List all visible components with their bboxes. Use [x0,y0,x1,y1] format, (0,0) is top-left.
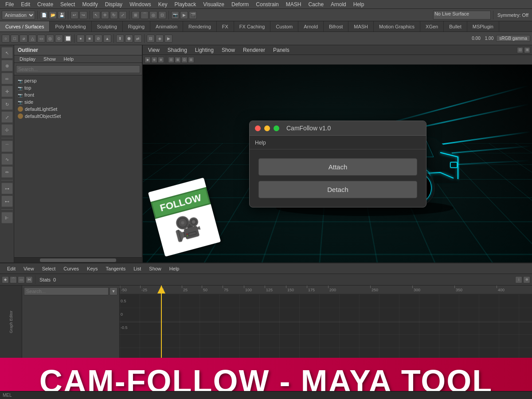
snap-view-icon[interactable]: ⊡ [158,11,166,19]
outliner-menu-display[interactable]: Display [16,56,39,62]
tab-animation[interactable]: Animation [150,21,183,31]
move-side[interactable]: ✛ [1,86,13,97]
tb-nurbs-cone[interactable]: △ [28,35,36,43]
ge-menu-list[interactable]: List [130,266,145,271]
ge-menu-show[interactable]: Show [145,266,165,271]
tb-smooth[interactable]: ◈ [156,35,164,43]
menu-modify[interactable]: Modify [78,1,101,8]
viewport-menu-shading[interactable]: Shading [164,47,191,53]
dialog-maximize-button[interactable] [274,125,279,131]
outliner-scrollbar-thumb[interactable] [40,258,117,262]
new-file-icon[interactable]: 📄 [40,11,48,19]
menu-edit[interactable]: Edit [17,1,34,8]
snap-grid-icon[interactable]: ⊞ [132,11,140,19]
rotate-tool-icon[interactable]: ↻ [110,11,118,19]
viewport-menu-renderer[interactable]: Renderer [239,47,269,53]
outliner-item-side[interactable]: 📷 side [14,98,142,106]
scale-tool-icon[interactable]: ⤢ [119,11,127,19]
paint-select-side[interactable]: ⊕ [1,60,13,71]
mode-selector[interactable]: Animation [2,11,35,20]
graph-sidebar-search[interactable] [24,287,109,295]
playhead[interactable] [161,286,162,358]
sculpt-side[interactable]: ⊷ [1,196,13,207]
tb-nurbs-cube[interactable]: □ [11,35,19,43]
tb-nurbs-circle[interactable]: ⊙ [55,35,63,43]
move-tool-icon[interactable]: ✛ [101,11,109,19]
tb-bevel[interactable]: ⬢ [125,35,133,43]
menu-display[interactable]: Display [102,1,126,8]
outliner-item-defaultobjectset[interactable]: defaultObjectSet [14,113,142,120]
tab-arnold[interactable]: Arnold [298,21,324,31]
outliner-item-persp[interactable]: 📷 persp [14,77,142,84]
redo-icon[interactable]: ↪ [79,11,87,19]
universal-manip-side[interactable]: ☩ [1,124,13,136]
tb-nurbs-square[interactable]: ⬜ [64,35,72,43]
tab-sculpting[interactable]: Sculpting [92,21,123,31]
dialog-close-button[interactable] [255,125,261,131]
menu-mash[interactable]: MASH [282,1,305,8]
tab-bifrost[interactable]: Bifrost [324,21,348,31]
ge-flat-icon[interactable]: — [18,276,25,283]
menu-windows[interactable]: Windows [126,1,155,8]
viewport-panel[interactable]: View Shading Lighting Show Renderer Pane… [143,45,532,262]
tb-playback[interactable]: ▶ [164,35,172,43]
snap-point-icon[interactable]: ◎ [149,11,157,19]
tab-fx-caching[interactable]: FX Caching [234,21,270,31]
menu-deform[interactable]: Deform [228,1,252,8]
tab-msplugin[interactable]: MSPlugin [467,21,499,31]
ge-tangent-icon[interactable]: ⌒ [10,276,17,283]
ep-curve-side[interactable]: ∿ [1,153,13,165]
tab-rigging[interactable]: Rigging [123,21,150,31]
gamma-select[interactable]: sRGB gamma [496,35,530,42]
outliner-item-defaultlightset[interactable]: defaultLightSet [14,106,142,113]
tb-poly-cylinder[interactable]: ⊘ [94,35,102,43]
lasso-side[interactable]: ∞ [1,73,13,84]
tb-poly-cube[interactable]: ■ [86,35,94,43]
open-file-icon[interactable]: 📂 [49,11,57,19]
soft-mod-side[interactable]: ⊶ [1,183,13,194]
measure-side[interactable]: ⊩ [1,212,13,223]
menu-select[interactable]: Select [57,1,78,8]
tb-nurbs-plane[interactable]: ▭ [37,35,45,43]
dialog-detach-button[interactable]: Detach [258,181,417,198]
outliner-scrollbar[interactable] [14,257,142,262]
menu-key[interactable]: Key [155,1,171,8]
tb-nurbs-cylinder[interactable]: ⌀ [20,35,27,43]
tab-motion-graphics[interactable]: Motion Graphics [374,21,420,31]
outliner-search-input[interactable] [16,65,140,73]
tab-rendering[interactable]: Rendering [183,21,217,31]
menu-file[interactable]: File [2,1,17,8]
rotate-side[interactable]: ↻ [1,98,13,110]
ge-menu-select[interactable]: Select [39,266,59,271]
pencil-side[interactable]: ✏ [1,166,13,178]
ge-menu-curves[interactable]: Curves [60,266,82,271]
ge-break-icon[interactable]: ⋈ [26,276,33,283]
tb-bridge[interactable]: ⇌ [134,35,142,43]
tab-poly-modeling[interactable]: Poly Modeling [50,21,91,31]
ge-menu-keys[interactable]: Keys [83,266,101,271]
select-tool-side[interactable]: ↖ [1,47,13,59]
tab-xgen[interactable]: XGen [420,21,444,31]
vp-tb-5[interactable]: ⊠ [175,57,181,63]
outliner-item-front[interactable]: 📷 front [14,91,142,98]
ge-menu-help[interactable]: Help [166,266,183,271]
graph-area[interactable]: -50 -25 1 25 50 75 100 125 150 175 200 2… [120,286,532,358]
curve-tool-side[interactable]: ⌒ [1,141,13,152]
tb-nurbs-torus[interactable]: ◎ [46,35,54,43]
ge-normalize-icon[interactable]: ↕ [515,276,522,283]
menu-create[interactable]: Create [34,1,57,8]
ge-key-icon[interactable]: ◆ [2,276,9,283]
menu-visualize[interactable]: Visualize [200,1,228,8]
ge-zoom-icon[interactable]: ⊕ [523,276,530,283]
viewport-menu-lighting[interactable]: Lighting [192,47,217,53]
dialog-attach-button[interactable]: Attach [258,158,417,176]
tb-nurbs-sphere[interactable]: ○ [2,35,10,43]
vp-tb-4[interactable]: ⊟ [168,57,174,63]
save-file-icon[interactable]: 💾 [58,11,66,19]
tab-fx[interactable]: FX [217,21,234,31]
dialog-menu-help[interactable]: Help [255,140,266,146]
undo-icon[interactable]: ↩ [70,11,78,19]
viewport-icon-2[interactable]: ⊞ [524,47,530,53]
vp-tb-1[interactable]: ▶ [145,57,151,63]
menu-playback[interactable]: Playback [171,1,200,8]
